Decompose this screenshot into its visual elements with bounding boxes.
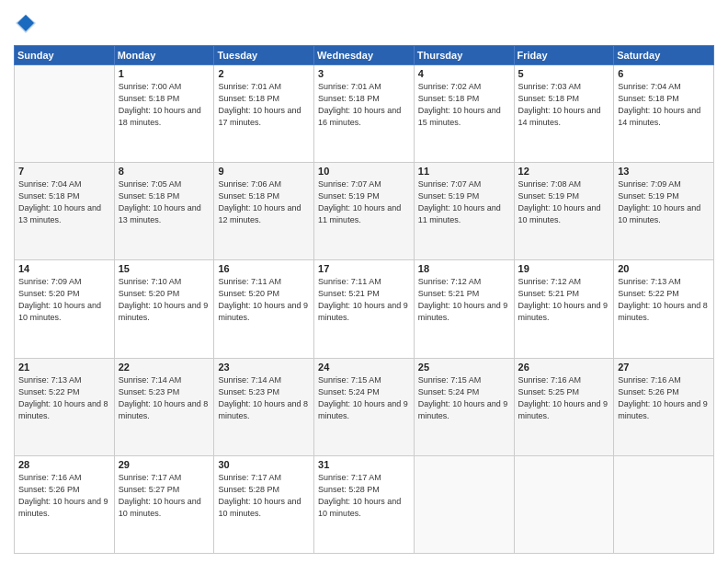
calendar-cell: 22Sunrise: 7:14 AMSunset: 5:23 PMDayligh…: [114, 358, 214, 455]
calendar-cell: 30Sunrise: 7:17 AMSunset: 5:28 PMDayligh…: [214, 455, 314, 553]
calendar-cell: 3Sunrise: 7:01 AMSunset: 5:18 PMDaylight…: [314, 64, 415, 162]
calendar-cell: 8Sunrise: 7:05 AMSunset: 5:18 PMDaylight…: [114, 163, 214, 260]
logo-icon: [16, 13, 36, 33]
weekday-friday: Friday: [514, 45, 614, 64]
day-number: 18: [418, 263, 510, 274]
calendar-cell: 7Sunrise: 7:04 AMSunset: 5:18 PMDaylight…: [15, 163, 115, 260]
calendar-cell: 31Sunrise: 7:17 AMSunset: 5:28 PMDayligh…: [314, 455, 415, 553]
day-number: 9: [218, 166, 310, 177]
calendar-cell: 27Sunrise: 7:16 AMSunset: 5:26 PMDayligh…: [614, 358, 714, 455]
calendar-cell: 19Sunrise: 7:12 AMSunset: 5:21 PMDayligh…: [514, 260, 614, 358]
calendar-cell: 2Sunrise: 7:01 AMSunset: 5:18 PMDaylight…: [214, 64, 314, 162]
day-info: Sunrise: 7:11 AMSunset: 5:21 PMDaylight:…: [318, 276, 410, 324]
calendar-cell: [514, 455, 614, 553]
logo: [14, 13, 36, 38]
calendar-week-row: 7Sunrise: 7:04 AMSunset: 5:18 PMDaylight…: [15, 163, 714, 260]
day-info: Sunrise: 7:00 AMSunset: 5:18 PMDaylight:…: [119, 81, 210, 129]
day-info: Sunrise: 7:14 AMSunset: 5:23 PMDaylight:…: [218, 374, 310, 422]
calendar-week-row: 14Sunrise: 7:09 AMSunset: 5:20 PMDayligh…: [15, 260, 714, 358]
svg-marker-1: [16, 15, 36, 33]
day-number: 1: [119, 68, 210, 79]
calendar-cell: [414, 455, 514, 553]
day-info: Sunrise: 7:03 AMSunset: 5:18 PMDaylight:…: [518, 81, 610, 129]
day-info: Sunrise: 7:09 AMSunset: 5:19 PMDaylight:…: [618, 178, 710, 226]
calendar-cell: 28Sunrise: 7:16 AMSunset: 5:26 PMDayligh…: [15, 455, 115, 553]
day-number: 14: [18, 263, 110, 274]
day-number: 11: [418, 166, 510, 177]
day-number: 17: [318, 263, 410, 274]
day-number: 22: [119, 362, 210, 373]
day-info: Sunrise: 7:13 AMSunset: 5:22 PMDaylight:…: [18, 374, 110, 422]
header: [14, 9, 714, 38]
day-info: Sunrise: 7:04 AMSunset: 5:18 PMDaylight:…: [618, 81, 710, 129]
day-number: 31: [318, 459, 410, 470]
day-number: 26: [518, 362, 610, 373]
calendar-cell: 10Sunrise: 7:07 AMSunset: 5:19 PMDayligh…: [314, 163, 415, 260]
day-number: 25: [418, 362, 510, 373]
day-number: 16: [218, 263, 310, 274]
calendar-cell: 15Sunrise: 7:10 AMSunset: 5:20 PMDayligh…: [114, 260, 214, 358]
day-info: Sunrise: 7:15 AMSunset: 5:24 PMDaylight:…: [418, 374, 510, 422]
day-number: 23: [218, 362, 310, 373]
calendar-cell: 6Sunrise: 7:04 AMSunset: 5:18 PMDaylight…: [614, 64, 714, 162]
day-info: Sunrise: 7:13 AMSunset: 5:22 PMDaylight:…: [618, 276, 710, 324]
weekday-saturday: Saturday: [614, 45, 714, 64]
day-info: Sunrise: 7:17 AMSunset: 5:27 PMDaylight:…: [119, 472, 210, 520]
calendar-week-row: 28Sunrise: 7:16 AMSunset: 5:26 PMDayligh…: [15, 455, 714, 553]
weekday-wednesday: Wednesday: [314, 45, 415, 64]
weekday-thursday: Thursday: [414, 45, 514, 64]
day-info: Sunrise: 7:10 AMSunset: 5:20 PMDaylight:…: [119, 276, 210, 324]
day-number: 19: [518, 263, 610, 274]
weekday-monday: Monday: [114, 45, 214, 64]
calendar-cell: 16Sunrise: 7:11 AMSunset: 5:20 PMDayligh…: [214, 260, 314, 358]
day-number: 6: [618, 68, 710, 79]
calendar-cell: 24Sunrise: 7:15 AMSunset: 5:24 PMDayligh…: [314, 358, 415, 455]
day-number: 29: [119, 459, 210, 470]
day-info: Sunrise: 7:01 AMSunset: 5:18 PMDaylight:…: [218, 81, 310, 129]
day-number: 8: [119, 166, 210, 177]
day-info: Sunrise: 7:12 AMSunset: 5:21 PMDaylight:…: [518, 276, 610, 324]
calendar-cell: 5Sunrise: 7:03 AMSunset: 5:18 PMDaylight…: [514, 64, 614, 162]
calendar-cell: 17Sunrise: 7:11 AMSunset: 5:21 PMDayligh…: [314, 260, 415, 358]
day-number: 5: [518, 68, 610, 79]
calendar-cell: 23Sunrise: 7:14 AMSunset: 5:23 PMDayligh…: [214, 358, 314, 455]
weekday-header-row: SundayMondayTuesdayWednesdayThursdayFrid…: [15, 45, 714, 64]
calendar-cell: 26Sunrise: 7:16 AMSunset: 5:25 PMDayligh…: [514, 358, 614, 455]
day-info: Sunrise: 7:16 AMSunset: 5:25 PMDaylight:…: [518, 374, 610, 422]
day-info: Sunrise: 7:08 AMSunset: 5:19 PMDaylight:…: [518, 178, 610, 226]
day-info: Sunrise: 7:05 AMSunset: 5:18 PMDaylight:…: [119, 178, 210, 226]
day-number: 13: [618, 166, 710, 177]
day-info: Sunrise: 7:02 AMSunset: 5:18 PMDaylight:…: [418, 81, 510, 129]
day-number: 7: [18, 166, 110, 177]
day-info: Sunrise: 7:11 AMSunset: 5:20 PMDaylight:…: [218, 276, 310, 324]
day-info: Sunrise: 7:12 AMSunset: 5:21 PMDaylight:…: [418, 276, 510, 324]
day-info: Sunrise: 7:01 AMSunset: 5:18 PMDaylight:…: [318, 81, 410, 129]
calendar-cell: 12Sunrise: 7:08 AMSunset: 5:19 PMDayligh…: [514, 163, 614, 260]
calendar-cell: [15, 64, 115, 162]
day-info: Sunrise: 7:04 AMSunset: 5:18 PMDaylight:…: [18, 178, 110, 226]
day-number: 15: [119, 263, 210, 274]
day-info: Sunrise: 7:09 AMSunset: 5:20 PMDaylight:…: [18, 276, 110, 324]
day-info: Sunrise: 7:07 AMSunset: 5:19 PMDaylight:…: [318, 178, 410, 226]
day-info: Sunrise: 7:16 AMSunset: 5:26 PMDaylight:…: [618, 374, 710, 422]
calendar-cell: 21Sunrise: 7:13 AMSunset: 5:22 PMDayligh…: [15, 358, 115, 455]
day-number: 30: [218, 459, 310, 470]
calendar-week-row: 1Sunrise: 7:00 AMSunset: 5:18 PMDaylight…: [15, 64, 714, 162]
calendar-table: SundayMondayTuesdayWednesdayThursdayFrid…: [14, 45, 714, 554]
day-info: Sunrise: 7:16 AMSunset: 5:26 PMDaylight:…: [18, 472, 110, 520]
calendar-cell: 9Sunrise: 7:06 AMSunset: 5:18 PMDaylight…: [214, 163, 314, 260]
day-number: 4: [418, 68, 510, 79]
day-number: 27: [618, 362, 710, 373]
calendar-cell: [614, 455, 714, 553]
day-number: 20: [618, 263, 710, 274]
day-info: Sunrise: 7:17 AMSunset: 5:28 PMDaylight:…: [218, 472, 310, 520]
day-number: 21: [18, 362, 110, 373]
calendar-cell: 25Sunrise: 7:15 AMSunset: 5:24 PMDayligh…: [414, 358, 514, 455]
day-info: Sunrise: 7:15 AMSunset: 5:24 PMDaylight:…: [318, 374, 410, 422]
day-info: Sunrise: 7:14 AMSunset: 5:23 PMDaylight:…: [119, 374, 210, 422]
calendar-week-row: 21Sunrise: 7:13 AMSunset: 5:22 PMDayligh…: [15, 358, 714, 455]
calendar-cell: 29Sunrise: 7:17 AMSunset: 5:27 PMDayligh…: [114, 455, 214, 553]
weekday-sunday: Sunday: [15, 45, 115, 64]
day-info: Sunrise: 7:07 AMSunset: 5:19 PMDaylight:…: [418, 178, 510, 226]
day-info: Sunrise: 7:06 AMSunset: 5:18 PMDaylight:…: [218, 178, 310, 226]
